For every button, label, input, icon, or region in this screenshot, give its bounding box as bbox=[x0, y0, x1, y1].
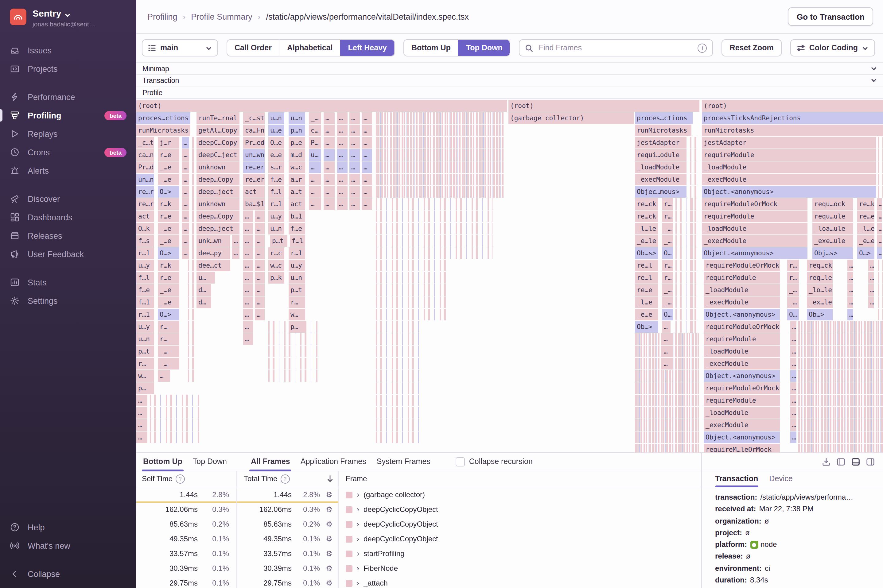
flame-frame[interactable]: … bbox=[362, 149, 372, 160]
breadcrumb-profiling[interactable]: Profiling bbox=[147, 12, 177, 21]
flame-frame[interactable]: (root) bbox=[136, 100, 507, 111]
expand-chevron-icon[interactable]: › bbox=[357, 490, 359, 499]
flame-frame[interactable]: _execModule bbox=[702, 173, 876, 185]
profile-section-header[interactable]: Profile bbox=[136, 87, 883, 99]
layout-left-panel-icon[interactable] bbox=[836, 457, 845, 466]
flame-frame[interactable]: O… bbox=[787, 308, 799, 320]
flame-frame[interactable]: Obj…s> bbox=[812, 247, 853, 259]
flame-frame[interactable]: p…t bbox=[288, 284, 305, 296]
flame-frame[interactable]: O…> bbox=[158, 308, 179, 320]
flame-frame[interactable]: … bbox=[243, 333, 253, 345]
flame-frame[interactable]: … bbox=[790, 431, 796, 443]
flame-frame[interactable]: runMicrotasks bbox=[635, 124, 691, 136]
flame-frame[interactable]: … bbox=[362, 161, 372, 173]
flame-frame[interactable]: … bbox=[255, 308, 265, 320]
flame-frame[interactable]: deepC…ject bbox=[197, 149, 239, 160]
flame-frame[interactable]: s…r bbox=[268, 161, 284, 173]
flame-frame[interactable]: m…d bbox=[288, 149, 305, 160]
sidebar-item-user-feedback[interactable]: User Feedback bbox=[0, 245, 136, 263]
flame-frame[interactable]: … bbox=[324, 124, 335, 136]
flame-frame[interactable]: _loadModule bbox=[704, 345, 780, 357]
flame-frame[interactable]: p…n bbox=[288, 124, 305, 136]
flame-frame[interactable]: u…y bbox=[268, 210, 284, 222]
flame-frame[interactable]: _c…st bbox=[243, 112, 265, 124]
flame-frame[interactable]: … bbox=[868, 296, 874, 308]
flame-frame[interactable]: … bbox=[136, 419, 147, 430]
flame-frame[interactable]: un…n bbox=[136, 173, 154, 185]
flame-frame[interactable]: … bbox=[349, 124, 360, 136]
flame-frame[interactable]: _… bbox=[662, 296, 673, 308]
checkbox-icon[interactable] bbox=[456, 457, 465, 466]
frame-options-gear-icon[interactable]: ⚙ bbox=[320, 520, 338, 528]
flame-frame[interactable]: … bbox=[790, 406, 796, 418]
flame-frame[interactable]: … bbox=[349, 161, 360, 173]
reset-zoom-button[interactable]: Reset Zoom bbox=[722, 39, 782, 57]
flame-frame[interactable]: O…k bbox=[136, 222, 154, 234]
flame-frame[interactable]: … bbox=[662, 333, 672, 345]
table-row[interactable]: 1.44s2.8%1.44s2.8%⚙›(garbage collector) bbox=[136, 488, 701, 502]
flame-frame[interactable]: O…> bbox=[158, 186, 179, 197]
flame-frame[interactable]: … bbox=[255, 272, 265, 283]
layout-bottom-panel-icon[interactable] bbox=[851, 457, 860, 466]
flame-frame[interactable]: … bbox=[349, 173, 360, 185]
tab-all-frames[interactable]: All Frames bbox=[249, 453, 291, 471]
flame-frame[interactable]: … bbox=[324, 173, 335, 185]
org-switcher[interactable]: Sentry jonas.badalic@sent… bbox=[0, 0, 136, 28]
expand-chevron-icon[interactable]: › bbox=[357, 505, 359, 514]
flame-frame[interactable]: … bbox=[255, 260, 265, 271]
flame-frame[interactable]: … bbox=[232, 247, 239, 259]
flame-frame[interactable]: requireModuleOrMock bbox=[704, 382, 780, 394]
flame-frame[interactable]: Objec…mous> bbox=[635, 186, 686, 197]
flame-frame[interactable]: … bbox=[182, 198, 189, 210]
flame-frame[interactable]: _… bbox=[158, 357, 179, 369]
flame-frame[interactable]: … bbox=[349, 149, 360, 160]
flame-frame[interactable]: _e…le bbox=[635, 235, 658, 246]
flame-frame[interactable]: … bbox=[847, 296, 853, 308]
flame-frame[interactable]: … bbox=[136, 406, 147, 418]
flame-frame[interactable]: … bbox=[790, 394, 796, 406]
flame-frame[interactable]: … bbox=[349, 136, 360, 148]
flame-frame[interactable]: … bbox=[337, 124, 348, 136]
flame-frame[interactable]: … bbox=[136, 431, 147, 443]
flame-frame[interactable]: re…er bbox=[243, 161, 265, 173]
flame-frame[interactable]: … bbox=[182, 222, 189, 234]
flame-frame[interactable]: _exe…ule bbox=[812, 235, 853, 246]
flame-frame[interactable]: _e…e bbox=[635, 308, 658, 320]
flame-frame[interactable]: f…1 bbox=[136, 296, 154, 308]
flame-frame[interactable]: re…r bbox=[136, 198, 154, 210]
col-total-time[interactable]: Total Time bbox=[244, 475, 277, 483]
flame-frame[interactable]: _…e bbox=[158, 222, 179, 234]
flame-frame[interactable]: requ…ule bbox=[812, 210, 853, 222]
flame-frame[interactable]: r…1 bbox=[268, 198, 284, 210]
flame-frame[interactable]: … bbox=[309, 161, 321, 173]
flame-frame[interactable]: … bbox=[362, 198, 372, 210]
flame-frame[interactable]: _execModule bbox=[635, 173, 686, 185]
flame-frame[interactable]: … bbox=[337, 198, 348, 210]
flame-frame[interactable]: … bbox=[324, 186, 335, 197]
flame-frame[interactable]: r… bbox=[662, 210, 673, 222]
flame-frame[interactable]: deep…Copy bbox=[197, 173, 239, 185]
flame-frame[interactable]: O…> bbox=[857, 247, 874, 259]
flame-frame[interactable]: … bbox=[790, 321, 796, 332]
flame-frame[interactable]: requi…odule bbox=[635, 149, 686, 160]
flame-frame[interactable]: … bbox=[847, 272, 853, 283]
flame-frame[interactable]: … bbox=[362, 124, 372, 136]
flame-frame[interactable]: … bbox=[868, 260, 874, 271]
flame-frame[interactable]: _l…le bbox=[635, 222, 658, 234]
flame-frame[interactable]: … bbox=[243, 260, 253, 271]
flame-frame[interactable]: Object.<anonymous> bbox=[704, 370, 780, 381]
flame-frame[interactable]: … bbox=[182, 161, 189, 173]
flame-frame[interactable]: requireModule bbox=[702, 210, 808, 222]
flame-frame[interactable]: _… bbox=[787, 284, 799, 296]
sidebar-item-help[interactable]: Help bbox=[0, 518, 136, 537]
flame-frame[interactable]: u… bbox=[197, 272, 215, 283]
flame-frame[interactable]: … bbox=[182, 247, 189, 259]
sidebar-item-collapse[interactable]: Collapse bbox=[0, 565, 136, 583]
table-row[interactable]: 33.57ms0.1%33.57ms0.1%⚙›startProfiling bbox=[136, 546, 701, 561]
flame-frame[interactable]: … bbox=[868, 284, 874, 296]
sidebar-item-projects[interactable]: Projects bbox=[0, 60, 136, 78]
flamegraph[interactable]: (root)(root)(root)proces…ctionsrunTe…rna… bbox=[136, 99, 883, 452]
frame-options-gear-icon[interactable]: ⚙ bbox=[320, 549, 338, 558]
frame-options-gear-icon[interactable]: ⚙ bbox=[320, 535, 338, 543]
flame-frame[interactable]: act bbox=[288, 198, 305, 210]
